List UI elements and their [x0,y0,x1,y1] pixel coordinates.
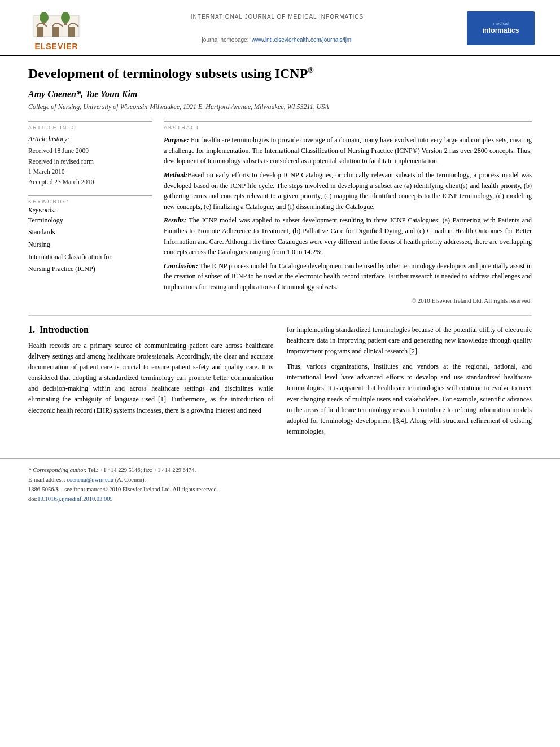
main-col-left: 1. Introduction Health records are a pri… [28,325,273,442]
header-top: ELSEVIER INTERNATIONAL JOURNAL OF MEDICA… [23,6,537,55]
method-text: Based on early efforts to develop ICNP C… [164,171,532,211]
elsevier-logo: ELSEVIER [23,6,90,51]
copyright: © 2010 Elsevier Ireland Ltd. All rights … [164,297,532,304]
title-sup: ® [308,66,313,75]
keywords-label: Keywords: [28,199,152,204]
journal-name: INTERNATIONAL JOURNAL OF MEDICAL INFORMA… [90,14,464,20]
journal-header: ELSEVIER INTERNATIONAL JOURNAL OF MEDICA… [0,0,560,56]
article-body: Development of terminology subsets using… [0,56,560,453]
section-divider [28,315,532,316]
mi-logo-box: medical informatics [467,11,535,45]
footer-corresponding: * Corresponding author. Tel.: +1 414 229… [28,466,532,475]
abstract-conclusion: Conclusion: The ICNP process model for C… [164,261,532,292]
keywords-section: Keywords: Keywords: Terminology Standard… [28,195,152,276]
section1-right-para1: for implementing standardized terminolog… [287,325,532,357]
footer-doi: doi:10.1016/j.ijmedinf.2010.03.005 [28,495,532,504]
svg-rect-2 [53,27,59,37]
footer-email-suffix: (A. Coenen). [113,477,146,483]
conclusion-label: Conclusion: [164,262,198,270]
section1-title: Introduction [40,325,89,334]
keyword-5: Nursing Practice (ICNP) [28,263,152,276]
article-info-column: ARTICLE INFO Article history: Received 1… [28,121,152,303]
conclusion-text: The ICNP process model for Catalogue dev… [164,262,532,291]
affiliation: College of Nursing, University of Wiscon… [28,103,532,111]
svg-point-6 [61,12,70,23]
authors: Amy Coenen*, Tae Youn Kim [28,89,532,99]
page: ELSEVIER INTERNATIONAL JOURNAL OF MEDICA… [0,0,560,747]
article-title: Development of terminology subsets using… [28,65,532,82]
revised-label: Received in revised form [28,156,152,167]
title-text: Development of terminology subsets using… [28,66,308,81]
purpose-text: For healthcare terminologies to provide … [164,136,532,165]
main-content: 1. Introduction Health records are a pri… [28,325,532,442]
revised-date: 1 March 2010 [28,167,152,177]
svg-point-4 [40,12,49,23]
mi-logo: medical informatics [464,6,537,51]
keyword-4: International Classification for [28,251,152,264]
keywords-italic-label: Keywords: [28,207,152,213]
journal-title-center: INTERNATIONAL JOURNAL OF MEDICAL INFORMA… [90,14,464,43]
results-label: Results: [164,216,186,224]
received-date: Received 18 June 2009 [28,146,152,156]
method-label: Method: [164,171,187,179]
abstract-results: Results: The ICNP model was applied to s… [164,215,532,257]
mi-main-text: informatics [483,27,519,36]
accepted-date: Accepted 23 March 2010 [28,177,152,187]
homepage-url[interactable]: www.intl.elsevierhealth.com/journals/ijm… [252,37,352,43]
results-text: The ICNP model was applied to subset dev… [164,216,532,256]
article-info-label: ARTICLE INFO [28,121,152,130]
footer-email-link[interactable]: coenena@uwm.edu [67,477,113,483]
history-dates: Received 18 June 2009 Received in revise… [28,146,152,187]
svg-rect-3 [68,27,75,37]
mi-top-text: medical [483,21,519,27]
footer-tel: Tel.: +1 414 229 5146; fax: +1 414 229 6… [88,467,196,473]
abstract-method: Method:Based on early efforts to develop… [164,170,532,212]
article-footer: * Corresponding author. Tel.: +1 414 229… [0,458,560,509]
right-para2-text: Thus, various organizations, institutes … [287,362,532,435]
main-col-right: for implementing standardized terminolog… [287,325,532,442]
svg-rect-5 [43,22,45,25]
keyword-1: Terminology [28,215,152,227]
homepage-label: journal homepage: [202,37,249,43]
abstract-column: ABSTRACT Purpose: For healthcare termino… [164,121,532,303]
section1-left-para1: Health records are a primary source of c… [28,340,273,416]
section1-number: 1. [28,325,35,334]
section1-heading: 1. Introduction [28,325,273,335]
keyword-3: Nursing [28,239,152,251]
keywords-list: Terminology Standards Nursing Internatio… [28,215,152,276]
purpose-label: Purpose: [164,136,189,144]
footer-email-line: E-mail address: coenena@uwm.edu (A. Coen… [28,475,532,485]
svg-rect-7 [64,22,67,25]
section1-right-para2: Thus, various organizations, institutes … [287,361,532,437]
abstract-label: ABSTRACT [164,121,532,130]
article-info-abstract: ARTICLE INFO Article history: Received 1… [28,121,532,303]
abstract-purpose: Purpose: For healthcare terminologies to… [164,135,532,167]
doi-label: doi: [28,496,37,502]
keyword-2: Standards [28,226,152,239]
history-label: Article history: [28,135,152,143]
footer-issn: 1386-5056/$ – see front matter © 2010 El… [28,485,532,495]
doi-link[interactable]: 10.1016/j.ijmedinf.2010.03.005 [37,496,112,502]
mi-logo-text: medical informatics [483,21,519,36]
footer-email-label: E-mail address: [28,477,65,483]
elsevier-wordmark: ELSEVIER [34,42,78,51]
footer-corresponding-label: * Corresponding author. [28,467,86,473]
journal-homepage: journal homepage: www.intl.elsevierhealt… [90,37,464,43]
svg-rect-1 [37,27,43,37]
right-para1-text: for implementing standardized terminolog… [287,326,532,355]
elsevier-tree-icon [31,10,82,41]
